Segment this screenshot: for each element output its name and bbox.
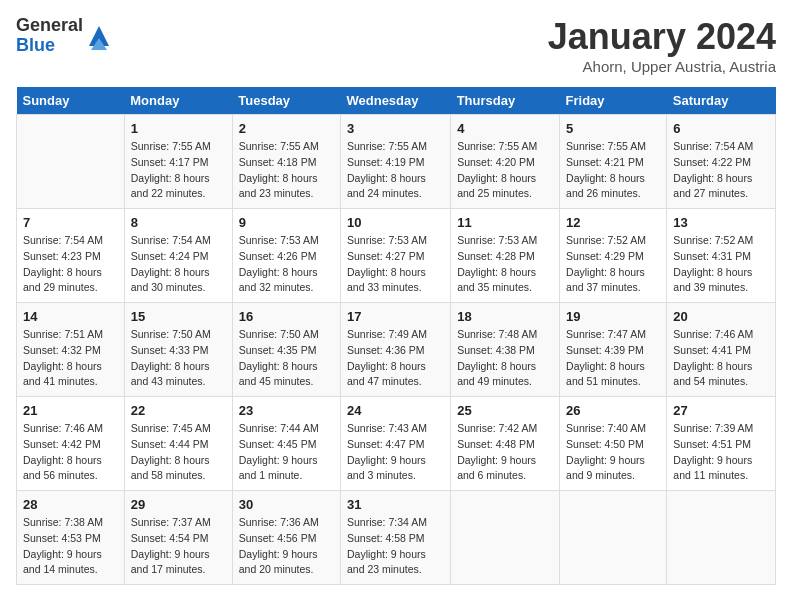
logo: General Blue (16, 16, 113, 56)
logo-icon (85, 22, 113, 50)
calendar-table: SundayMondayTuesdayWednesdayThursdayFrid… (16, 87, 776, 585)
calendar-day-4: 4Sunrise: 7:55 AMSunset: 4:20 PMDaylight… (451, 115, 560, 209)
weekday-header-friday: Friday (560, 87, 667, 115)
calendar-day-10: 10Sunrise: 7:53 AMSunset: 4:27 PMDayligh… (340, 209, 450, 303)
calendar-day-30: 30Sunrise: 7:36 AMSunset: 4:56 PMDayligh… (232, 491, 340, 585)
day-info: Sunrise: 7:51 AMSunset: 4:32 PMDaylight:… (23, 327, 118, 390)
weekday-header-thursday: Thursday (451, 87, 560, 115)
weekday-header-wednesday: Wednesday (340, 87, 450, 115)
day-number: 15 (131, 309, 226, 324)
day-info: Sunrise: 7:45 AMSunset: 4:44 PMDaylight:… (131, 421, 226, 484)
weekday-header-tuesday: Tuesday (232, 87, 340, 115)
day-info: Sunrise: 7:48 AMSunset: 4:38 PMDaylight:… (457, 327, 553, 390)
weekday-header-row: SundayMondayTuesdayWednesdayThursdayFrid… (17, 87, 776, 115)
day-number: 3 (347, 121, 444, 136)
day-info: Sunrise: 7:54 AMSunset: 4:23 PMDaylight:… (23, 233, 118, 296)
calendar-day-5: 5Sunrise: 7:55 AMSunset: 4:21 PMDaylight… (560, 115, 667, 209)
day-number: 21 (23, 403, 118, 418)
calendar-day-28: 28Sunrise: 7:38 AMSunset: 4:53 PMDayligh… (17, 491, 125, 585)
day-number: 26 (566, 403, 660, 418)
calendar-week-row: 7Sunrise: 7:54 AMSunset: 4:23 PMDaylight… (17, 209, 776, 303)
day-number: 14 (23, 309, 118, 324)
day-info: Sunrise: 7:52 AMSunset: 4:31 PMDaylight:… (673, 233, 769, 296)
day-number: 7 (23, 215, 118, 230)
day-number: 24 (347, 403, 444, 418)
calendar-day-15: 15Sunrise: 7:50 AMSunset: 4:33 PMDayligh… (124, 303, 232, 397)
day-info: Sunrise: 7:47 AMSunset: 4:39 PMDaylight:… (566, 327, 660, 390)
weekday-header-monday: Monday (124, 87, 232, 115)
calendar-day-27: 27Sunrise: 7:39 AMSunset: 4:51 PMDayligh… (667, 397, 776, 491)
calendar-week-row: 21Sunrise: 7:46 AMSunset: 4:42 PMDayligh… (17, 397, 776, 491)
calendar-day-18: 18Sunrise: 7:48 AMSunset: 4:38 PMDayligh… (451, 303, 560, 397)
calendar-day-26: 26Sunrise: 7:40 AMSunset: 4:50 PMDayligh… (560, 397, 667, 491)
day-number: 9 (239, 215, 334, 230)
day-number: 31 (347, 497, 444, 512)
day-info: Sunrise: 7:46 AMSunset: 4:41 PMDaylight:… (673, 327, 769, 390)
day-number: 30 (239, 497, 334, 512)
day-number: 22 (131, 403, 226, 418)
calendar-day-6: 6Sunrise: 7:54 AMSunset: 4:22 PMDaylight… (667, 115, 776, 209)
day-info: Sunrise: 7:46 AMSunset: 4:42 PMDaylight:… (23, 421, 118, 484)
calendar-subtitle: Ahorn, Upper Austria, Austria (548, 58, 776, 75)
calendar-day-16: 16Sunrise: 7:50 AMSunset: 4:35 PMDayligh… (232, 303, 340, 397)
day-number: 19 (566, 309, 660, 324)
day-info: Sunrise: 7:55 AMSunset: 4:19 PMDaylight:… (347, 139, 444, 202)
day-number: 12 (566, 215, 660, 230)
day-number: 2 (239, 121, 334, 136)
calendar-day-21: 21Sunrise: 7:46 AMSunset: 4:42 PMDayligh… (17, 397, 125, 491)
calendar-day-1: 1Sunrise: 7:55 AMSunset: 4:17 PMDaylight… (124, 115, 232, 209)
day-info: Sunrise: 7:50 AMSunset: 4:35 PMDaylight:… (239, 327, 334, 390)
calendar-day-14: 14Sunrise: 7:51 AMSunset: 4:32 PMDayligh… (17, 303, 125, 397)
day-info: Sunrise: 7:34 AMSunset: 4:58 PMDaylight:… (347, 515, 444, 578)
day-info: Sunrise: 7:43 AMSunset: 4:47 PMDaylight:… (347, 421, 444, 484)
calendar-day-empty (560, 491, 667, 585)
calendar-week-row: 1Sunrise: 7:55 AMSunset: 4:17 PMDaylight… (17, 115, 776, 209)
day-number: 20 (673, 309, 769, 324)
day-info: Sunrise: 7:40 AMSunset: 4:50 PMDaylight:… (566, 421, 660, 484)
calendar-day-25: 25Sunrise: 7:42 AMSunset: 4:48 PMDayligh… (451, 397, 560, 491)
day-info: Sunrise: 7:36 AMSunset: 4:56 PMDaylight:… (239, 515, 334, 578)
day-number: 10 (347, 215, 444, 230)
calendar-day-20: 20Sunrise: 7:46 AMSunset: 4:41 PMDayligh… (667, 303, 776, 397)
day-number: 1 (131, 121, 226, 136)
calendar-day-17: 17Sunrise: 7:49 AMSunset: 4:36 PMDayligh… (340, 303, 450, 397)
day-number: 29 (131, 497, 226, 512)
day-info: Sunrise: 7:50 AMSunset: 4:33 PMDaylight:… (131, 327, 226, 390)
title-area: January 2024 Ahorn, Upper Austria, Austr… (548, 16, 776, 75)
day-number: 11 (457, 215, 553, 230)
day-info: Sunrise: 7:38 AMSunset: 4:53 PMDaylight:… (23, 515, 118, 578)
calendar-day-8: 8Sunrise: 7:54 AMSunset: 4:24 PMDaylight… (124, 209, 232, 303)
calendar-day-empty (451, 491, 560, 585)
calendar-day-11: 11Sunrise: 7:53 AMSunset: 4:28 PMDayligh… (451, 209, 560, 303)
day-number: 4 (457, 121, 553, 136)
day-info: Sunrise: 7:54 AMSunset: 4:24 PMDaylight:… (131, 233, 226, 296)
day-info: Sunrise: 7:44 AMSunset: 4:45 PMDaylight:… (239, 421, 334, 484)
day-info: Sunrise: 7:53 AMSunset: 4:26 PMDaylight:… (239, 233, 334, 296)
day-number: 23 (239, 403, 334, 418)
logo-general: General (16, 15, 83, 35)
day-number: 16 (239, 309, 334, 324)
day-info: Sunrise: 7:53 AMSunset: 4:28 PMDaylight:… (457, 233, 553, 296)
calendar-week-row: 14Sunrise: 7:51 AMSunset: 4:32 PMDayligh… (17, 303, 776, 397)
day-number: 13 (673, 215, 769, 230)
day-number: 17 (347, 309, 444, 324)
day-info: Sunrise: 7:55 AMSunset: 4:21 PMDaylight:… (566, 139, 660, 202)
calendar-title: January 2024 (548, 16, 776, 58)
calendar-day-empty (17, 115, 125, 209)
day-info: Sunrise: 7:52 AMSunset: 4:29 PMDaylight:… (566, 233, 660, 296)
logo-blue: Blue (16, 35, 55, 55)
weekday-header-sunday: Sunday (17, 87, 125, 115)
day-number: 8 (131, 215, 226, 230)
calendar-day-2: 2Sunrise: 7:55 AMSunset: 4:18 PMDaylight… (232, 115, 340, 209)
calendar-day-23: 23Sunrise: 7:44 AMSunset: 4:45 PMDayligh… (232, 397, 340, 491)
day-info: Sunrise: 7:53 AMSunset: 4:27 PMDaylight:… (347, 233, 444, 296)
day-info: Sunrise: 7:55 AMSunset: 4:17 PMDaylight:… (131, 139, 226, 202)
day-number: 5 (566, 121, 660, 136)
calendar-day-24: 24Sunrise: 7:43 AMSunset: 4:47 PMDayligh… (340, 397, 450, 491)
day-number: 6 (673, 121, 769, 136)
calendar-day-12: 12Sunrise: 7:52 AMSunset: 4:29 PMDayligh… (560, 209, 667, 303)
calendar-day-22: 22Sunrise: 7:45 AMSunset: 4:44 PMDayligh… (124, 397, 232, 491)
day-info: Sunrise: 7:37 AMSunset: 4:54 PMDaylight:… (131, 515, 226, 578)
weekday-header-saturday: Saturday (667, 87, 776, 115)
calendar-day-29: 29Sunrise: 7:37 AMSunset: 4:54 PMDayligh… (124, 491, 232, 585)
